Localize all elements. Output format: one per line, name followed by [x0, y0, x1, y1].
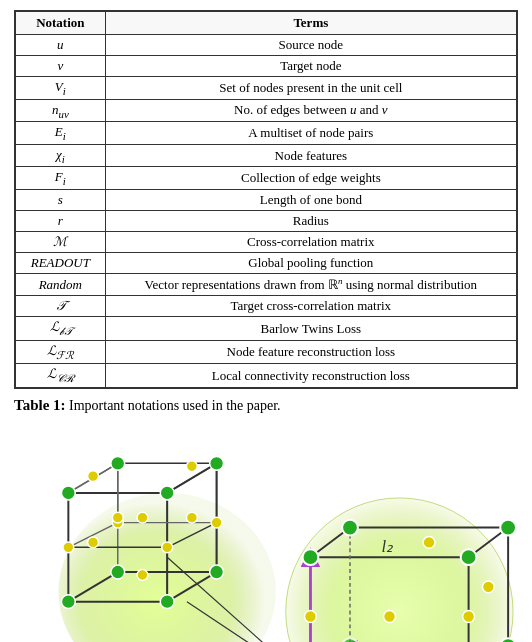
terms-cell: Vector representations drawn from ℝn usi…: [105, 273, 516, 295]
svg-point-73: [305, 610, 317, 622]
notation-cell: ℳ: [16, 231, 106, 252]
table-row: sLength of one bond: [16, 189, 517, 210]
notation-cell: u: [16, 35, 106, 56]
svg-point-41: [186, 460, 197, 471]
table-row: ℒℱℛNode feature reconstruction loss: [16, 340, 517, 364]
notation-cell: Random: [16, 273, 106, 295]
svg-point-25: [210, 565, 224, 579]
l2-label: l₂: [382, 537, 395, 556]
svg-point-28: [160, 486, 174, 500]
col-header-terms: Terms: [105, 12, 516, 35]
table-row: RandomVector representations drawn from …: [16, 273, 517, 295]
svg-point-61: [303, 549, 319, 565]
terms-cell: No. of edges between u and v: [105, 99, 516, 122]
table-row: ViSet of nodes present in the unit cell: [16, 77, 517, 100]
svg-point-39: [186, 512, 197, 523]
notation-cell: χi: [16, 144, 106, 167]
notation-cell: nuv: [16, 99, 106, 122]
table-row: χiNode features: [16, 144, 517, 167]
table-row: uSource node: [16, 35, 517, 56]
terms-cell: Global pooling function: [105, 252, 516, 273]
terms-cell: Barlow Twins Loss: [105, 317, 516, 341]
notation-cell: 𝒯: [16, 296, 106, 317]
table-row: ℳCross-correlation matrix: [16, 231, 517, 252]
table-row: READOUTGlobal pooling function: [16, 252, 517, 273]
diagram-container: l₂ l₁ l₃: [14, 424, 518, 642]
svg-point-36: [137, 512, 148, 523]
svg-point-27: [61, 486, 75, 500]
svg-point-74: [463, 610, 475, 622]
svg-point-29: [61, 594, 75, 608]
svg-point-65: [342, 519, 358, 535]
svg-point-26: [111, 565, 125, 579]
notation-cell: s: [16, 189, 106, 210]
svg-point-32: [162, 541, 173, 552]
notation-cell: v: [16, 56, 106, 77]
terms-cell: Node feature reconstruction loss: [105, 340, 516, 364]
crystal-diagram: l₂ l₁ l₃: [14, 427, 518, 642]
svg-point-62: [461, 549, 477, 565]
svg-point-40: [88, 470, 99, 481]
table-row: vTarget node: [16, 56, 517, 77]
svg-point-23: [111, 456, 125, 470]
svg-point-24: [210, 456, 224, 470]
svg-point-30: [160, 594, 174, 608]
svg-point-71: [482, 581, 494, 593]
notation-cell: ℒ𝒷𝒯: [16, 317, 106, 341]
col-header-notation: Notation: [16, 12, 106, 35]
svg-point-37: [88, 537, 99, 548]
terms-cell: Length of one bond: [105, 189, 516, 210]
terms-cell: Cross-correlation matrix: [105, 231, 516, 252]
terms-cell: Target cross-correlation matrix: [105, 296, 516, 317]
table-row: nuvNo. of edges between u and v: [16, 99, 517, 122]
terms-cell: Collection of edge weights: [105, 167, 516, 190]
table-caption: Table 1: Important notations used in the…: [14, 397, 518, 414]
notation-cell: Fi: [16, 167, 106, 190]
svg-point-66: [500, 519, 516, 535]
table-row: EiA multiset of node pairs: [16, 122, 517, 145]
terms-cell: Target node: [105, 56, 516, 77]
notation-cell: ℒℱℛ: [16, 340, 106, 364]
svg-point-69: [384, 610, 396, 622]
terms-cell: A multiset of node pairs: [105, 122, 516, 145]
svg-point-70: [423, 536, 435, 548]
terms-cell: Node features: [105, 144, 516, 167]
notation-cell: READOUT: [16, 252, 106, 273]
table-row: ℒ𝒞ℛLocal connectivity reconstruction los…: [16, 364, 517, 388]
caption-text: Important notations used in the paper.: [66, 398, 281, 413]
table-row: rRadius: [16, 210, 517, 231]
caption-label: Table 1:: [14, 397, 66, 413]
table-row: 𝒯Target cross-correlation matrix: [16, 296, 517, 317]
svg-point-35: [112, 512, 123, 523]
terms-cell: Local connectivity reconstruction loss: [105, 364, 516, 388]
table-wrapper: Notation Terms uSource nodevTarget nodeV…: [14, 10, 518, 414]
table-row: ℒ𝒷𝒯Barlow Twins Loss: [16, 317, 517, 341]
notation-cell: ℒ𝒞ℛ: [16, 364, 106, 388]
svg-point-34: [211, 517, 222, 528]
table-row: FiCollection of edge weights: [16, 167, 517, 190]
terms-cell: Radius: [105, 210, 516, 231]
svg-point-38: [137, 569, 148, 580]
notation-cell: Vi: [16, 77, 106, 100]
notation-cell: r: [16, 210, 106, 231]
svg-point-31: [63, 541, 74, 552]
terms-cell: Source node: [105, 35, 516, 56]
notation-cell: Ei: [16, 122, 106, 145]
terms-cell: Set of nodes present in the unit cell: [105, 77, 516, 100]
svg-point-44: [286, 497, 513, 642]
